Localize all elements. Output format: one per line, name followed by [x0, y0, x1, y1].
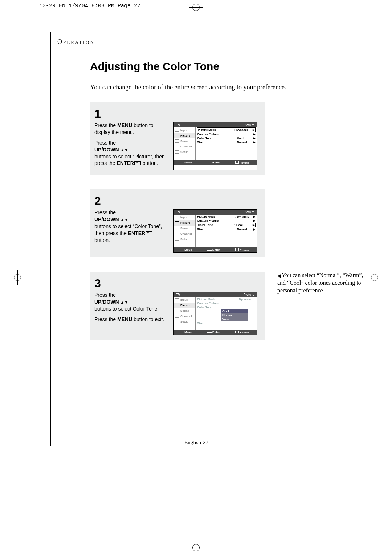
- crop-mark-bottom: [189, 540, 203, 555]
- step-number: 2: [94, 194, 261, 208]
- step-1-text: Press the MENU button to display the men…: [94, 122, 169, 170]
- crop-mark-top: [189, 0, 203, 15]
- intro-text: You can change the color of the entire s…: [90, 84, 351, 91]
- osd-screenshot-2: TVPicture Input Picture Sound Channel Se…: [173, 209, 257, 253]
- page-number: English-27: [184, 439, 208, 446]
- enter-icon: [134, 161, 141, 165]
- content-area: Adjusting the Color Tone You can change …: [90, 60, 351, 354]
- step-2: 2 Press the UP/DOWN ▲▼ buttons to select…: [90, 189, 265, 257]
- osd-screenshot-1: TVPicture Input Picture Sound Channel Se…: [173, 122, 257, 170]
- step-number: 3: [94, 277, 261, 290]
- osd-screenshot-3: TVPicture Input Picture Sound Channel Se…: [173, 292, 257, 335]
- side-note: You can select “Normal”, “Warm”, and “Co…: [277, 272, 368, 294]
- up-down-icon: ▲▼: [121, 300, 128, 304]
- step-number: 1: [94, 107, 261, 121]
- prepress-stamp: 13-29_EN 1/9/04 8:03 PM Page 27: [39, 3, 140, 9]
- up-down-icon: ▲▼: [121, 148, 128, 152]
- step-2-text: Press the UP/DOWN ▲▼ buttons to select “…: [94, 209, 169, 253]
- up-down-icon: ▲▼: [121, 218, 128, 222]
- enter-icon: [146, 231, 152, 235]
- page-title: Adjusting the Color Tone: [90, 60, 351, 73]
- crop-mark-left: [7, 270, 28, 285]
- step-1: 1 Press the MENU button to display the m…: [90, 102, 265, 175]
- section-tab: Operation: [50, 32, 173, 52]
- step-3-text: Press the UP/DOWN ▲▼ buttons to select C…: [94, 292, 169, 335]
- step-3: 3 Press the UP/DOWN ▲▼ buttons to select…: [90, 272, 265, 340]
